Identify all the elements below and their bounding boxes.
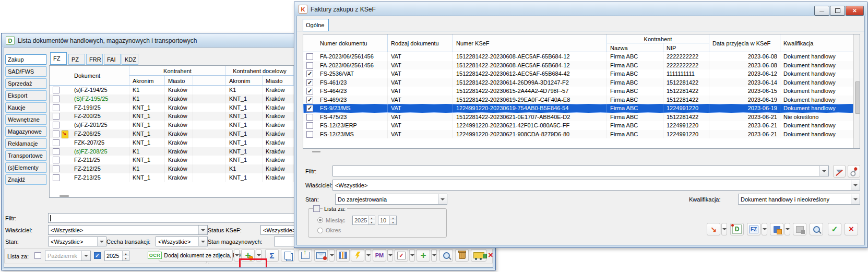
invoice-row[interactable]: FS-461/23VAT1512281422-20230614-26D99A-3… xyxy=(303,78,853,87)
header-data-przyjecia[interactable]: Data przyjęcia w KSeF xyxy=(709,34,780,52)
pm-button[interactable]: PM xyxy=(373,249,386,262)
sidebar-item-transportowe[interactable]: Transportowe xyxy=(5,150,47,161)
delivery-button[interactable] xyxy=(471,249,486,262)
chevron-down-icon[interactable] xyxy=(851,194,860,204)
invoice-row[interactable]: FS-12/23/ERPVAT1224991220-20230621-42F01… xyxy=(303,121,853,130)
row-checkbox[interactable] xyxy=(53,157,60,163)
create-fz-button[interactable]: FZ xyxy=(747,223,760,235)
columns-chart-button[interactable] xyxy=(336,249,350,262)
filter-builder-button[interactable] xyxy=(848,165,860,178)
maximize-button[interactable] xyxy=(830,6,845,16)
add-document-caret[interactable] xyxy=(431,249,437,262)
tab-fz[interactable]: FZ xyxy=(50,52,67,65)
row-checkbox[interactable] xyxy=(53,131,60,137)
header-numer-dokumentu[interactable]: Numer dokumentu xyxy=(317,34,388,52)
wlasciciel-combobox[interactable]: <Wszystkie> xyxy=(48,225,208,235)
row-checkbox[interactable] xyxy=(306,79,313,86)
sidebar-item-zakup[interactable]: Zakup xyxy=(5,54,47,65)
header-miasto[interactable]: Miasto xyxy=(165,76,193,86)
sidebar-item--s-elementy[interactable]: (s)Elementy xyxy=(5,162,47,173)
row-checkbox[interactable] xyxy=(306,97,313,103)
clear-filter-button[interactable] xyxy=(833,165,846,178)
invoice-row[interactable]: FS-9/23/MSVAT1224991220-20230619-754AB0-… xyxy=(303,104,853,113)
create-fz-caret[interactable] xyxy=(762,223,767,235)
close-list-button[interactable]: × xyxy=(489,249,493,262)
sidebar-item-znajd-[interactable]: Znajdź xyxy=(5,174,47,185)
chevron-down-icon[interactable] xyxy=(819,166,828,176)
sidebar-item-reklamacje[interactable]: Reklamacje xyxy=(5,138,47,149)
search-button[interactable] xyxy=(439,249,453,262)
scrollbar-thumb[interactable] xyxy=(855,81,860,114)
invoice-row[interactable]: FA-2023/06/2561456VAT1512281422-20230608… xyxy=(303,61,853,70)
sidebar-item-eksport[interactable]: Eksport xyxy=(5,90,47,101)
add-document-button[interactable]: + xyxy=(417,249,430,262)
cecha-combobox[interactable]: <Wszystkie> xyxy=(156,236,208,246)
tab-frr[interactable]: FRR xyxy=(86,54,103,65)
stan-combobox[interactable]: Do zarejestrowania xyxy=(335,194,447,205)
row-checkbox[interactable] xyxy=(53,174,60,181)
row-checkbox[interactable] xyxy=(53,148,60,155)
vat-register-button[interactable]: D xyxy=(730,223,744,235)
header-miasto-docelowe[interactable]: Miasto xyxy=(263,76,294,86)
chevron-down-icon[interactable] xyxy=(81,251,90,261)
transfer-options-caret[interactable] xyxy=(784,223,790,235)
header-akronim[interactable]: Akronim xyxy=(129,76,165,86)
miesiac-spinner[interactable]: 10 ▲▼ xyxy=(378,216,397,225)
header-rodzaj-dokumentu[interactable]: Rodzaj dokumentu xyxy=(388,34,453,52)
ocr-add-document-button[interactable]: OCR Dodaj dokument ze zdjęcia, PDF xyxy=(159,249,233,262)
invoice-row[interactable]: FS-12/23/MSVAT1224991220-20230621-908CDA… xyxy=(303,130,853,139)
send-button[interactable] xyxy=(314,249,328,262)
header-nazwa[interactable]: Nazwa xyxy=(607,43,663,52)
sidebar-item-sprzeda-[interactable]: Sprzedaż xyxy=(5,78,47,89)
resize-grip[interactable] xyxy=(60,195,69,197)
miesiac-radio[interactable] xyxy=(317,217,323,223)
header-kwalifikacja[interactable]: Kwalifikacja xyxy=(780,34,853,52)
okres-radio[interactable] xyxy=(317,228,323,233)
header-nip[interactable]: NIP xyxy=(663,43,709,52)
verify-options-caret[interactable] xyxy=(409,249,415,262)
row-checkbox[interactable] xyxy=(53,113,60,120)
row-checkbox[interactable] xyxy=(306,62,313,69)
batch-operations-caret[interactable] xyxy=(365,249,371,262)
delete-button[interactable] xyxy=(455,249,469,262)
preview-button[interactable] xyxy=(810,223,823,235)
wlasciciel-combobox[interactable]: <Wszystkie> xyxy=(332,180,860,191)
kwalifikacja-combobox[interactable]: Dokument handlowy i nieokreślony xyxy=(738,194,860,205)
row-checkbox[interactable] xyxy=(53,122,60,128)
tab-kdz[interactable]: KDZ xyxy=(122,54,138,65)
row-checkbox[interactable] xyxy=(53,87,60,93)
rok-spinner[interactable]: 2025 ▲▼ xyxy=(352,216,375,225)
year-filter-checkbox[interactable] xyxy=(94,252,101,259)
chevron-down-icon[interactable] xyxy=(198,237,207,246)
pm-options-caret[interactable] xyxy=(387,249,393,262)
vertical-scrollbar[interactable] xyxy=(853,34,860,148)
send-options-caret[interactable] xyxy=(329,249,335,262)
sidebar-item-sad-fws[interactable]: SAD/FWS xyxy=(5,66,47,77)
sidebar-item-wewn-trzne[interactable]: Wewnętrzne xyxy=(5,114,47,125)
header-numer-ksef[interactable]: Numer KSeF xyxy=(453,34,607,52)
invoice-row[interactable]: FA-2023/06/2561456VAT1512281422-20230608… xyxy=(303,52,853,61)
chevron-down-icon[interactable] xyxy=(438,194,447,204)
transfer-document-button[interactable] xyxy=(770,223,783,235)
batch-operations-button[interactable] xyxy=(351,249,364,262)
row-checkbox[interactable] xyxy=(306,122,313,129)
row-checkbox[interactable] xyxy=(306,70,313,77)
verify-button[interactable]: ✓ xyxy=(395,249,408,262)
resize-grip[interactable] xyxy=(312,151,320,152)
row-checkbox[interactable] xyxy=(306,131,313,138)
related-documents-button-disabled[interactable] xyxy=(793,223,806,235)
sidebar-item-kaucje[interactable]: Kaucje xyxy=(5,102,47,113)
tab-pz[interactable]: PZ xyxy=(68,54,85,65)
invoice-row[interactable]: FS-475/23VAT1512281422-20230621-0E1707-A… xyxy=(303,113,853,122)
row-checkbox[interactable] xyxy=(53,104,60,111)
invoice-row[interactable]: FS-469/23VAT1512281422-20230619-29EA0F-C… xyxy=(303,96,853,104)
row-checkbox[interactable] xyxy=(53,165,60,172)
right-window-titlebar[interactable]: K Faktury zakupu z KSeF xyxy=(295,3,866,16)
close-button[interactable]: × xyxy=(845,223,858,235)
month-combobox[interactable]: Październik xyxy=(45,251,91,261)
tab-ogolne[interactable]: Ogólne xyxy=(303,19,329,31)
sidebar-item-magazynowe[interactable]: Magazynowe xyxy=(5,126,47,137)
lista-za-checkbox[interactable] xyxy=(313,205,320,212)
filtr-combobox[interactable] xyxy=(332,165,829,176)
row-checkbox[interactable] xyxy=(53,96,60,102)
